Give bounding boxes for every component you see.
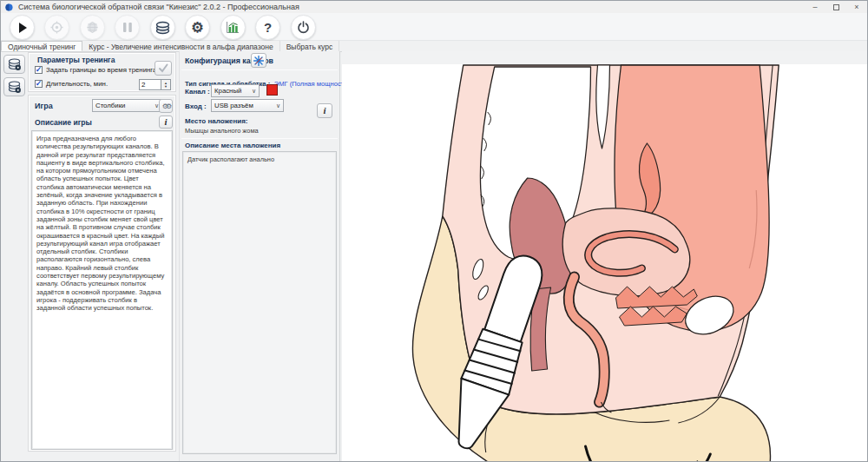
divider xyxy=(181,69,338,70)
globe-button xyxy=(80,15,105,40)
set-bounds-row: ✓ Задать границы во время тренинга xyxy=(35,66,156,74)
record-target-icon xyxy=(50,21,63,34)
database-badge-icon xyxy=(8,58,22,71)
title-bar: Система биологической обратной связи "Ки… xyxy=(1,1,867,13)
set-bounds-label: Задать границы во время тренинга xyxy=(46,66,156,74)
maximize-button[interactable] xyxy=(825,1,846,13)
pause-icon xyxy=(122,22,133,33)
input-label: Вход : xyxy=(185,102,207,110)
placement-info-button[interactable]: i xyxy=(317,103,332,118)
duration-input[interactable]: 2 xyxy=(139,79,161,90)
play-button[interactable] xyxy=(10,15,35,40)
placement-desc-box: Датчик располагают анально xyxy=(182,151,337,454)
chevron-down-icon: ∨ xyxy=(276,102,280,109)
game-description-text: Игра предназначена для любого количества… xyxy=(32,131,172,316)
help-button[interactable]: ? xyxy=(255,15,280,40)
play-icon xyxy=(16,22,29,34)
pause-button xyxy=(115,15,140,40)
duration-checkbox[interactable]: ✓ xyxy=(35,80,43,88)
channels-config-icon xyxy=(253,56,264,66)
channel-select[interactable]: Красный ∨ xyxy=(211,84,260,97)
duration-spinner: 2 ▲ ▼ xyxy=(139,79,171,90)
game-description-box[interactable]: Игра предназначена для любого количества… xyxy=(31,130,173,450)
duration-label: Длительность, мин. xyxy=(46,80,108,88)
check-stamp-icon xyxy=(158,63,168,73)
chart-icon xyxy=(226,21,240,34)
channel-config-button[interactable] xyxy=(251,53,266,68)
game-description-title: Описание игры xyxy=(35,118,92,127)
training-params-group: Параметры тренинга ✓ Задать границы во в… xyxy=(28,52,176,92)
placement-desc-text: Датчик располагают анально xyxy=(183,152,336,167)
window-title: Система биологической обратной связи "Ки… xyxy=(18,3,299,11)
minimize-button[interactable]: – xyxy=(805,1,825,13)
training-params-title: Параметры тренинга xyxy=(37,56,115,64)
rugae-shape xyxy=(619,307,687,326)
anatomy-illustration xyxy=(342,51,868,462)
tab-course-alpha[interactable]: Курс - Увеличение интенсивности в альфа … xyxy=(82,41,279,51)
close-icon: × xyxy=(854,3,858,11)
game-info-button[interactable]: i xyxy=(159,116,173,129)
channel-color-swatch xyxy=(266,84,278,96)
set-bounds-checkbox[interactable]: ✓ xyxy=(35,66,43,74)
check-icon: ✓ xyxy=(36,66,43,74)
placement-desc-title: Описание места наложения xyxy=(185,142,280,149)
game-settings-button[interactable]: ⚙⚙ xyxy=(159,99,173,113)
maximize-icon xyxy=(833,4,839,10)
info-icon: i xyxy=(323,106,326,116)
duration-spin-buttons[interactable]: ▲ ▼ xyxy=(161,79,171,90)
application-window: Система биологической обратной связи "Ки… xyxy=(0,0,868,462)
placement-label: Место наложения: xyxy=(185,117,248,125)
chevron-down-icon: ∨ xyxy=(252,88,256,95)
game-label: Игра xyxy=(35,102,53,110)
gear-icon: ⚙ xyxy=(191,21,203,35)
channel-select-value: Красный xyxy=(214,87,250,95)
apply-bounds-button[interactable] xyxy=(155,61,172,76)
channel-set-button-2[interactable] xyxy=(3,77,25,96)
settings-button[interactable]: ⚙ xyxy=(185,15,210,40)
input-select-value: USB разъём xyxy=(214,102,274,109)
info-icon: i xyxy=(164,117,167,127)
channel-set-button-1[interactable] xyxy=(3,55,25,74)
game-select[interactable]: Столбики ∨ xyxy=(92,99,162,112)
divider xyxy=(181,138,338,139)
power-icon xyxy=(297,21,310,34)
channel-config-panel: Конфигурация каналов Тип сигнала и обраб… xyxy=(179,51,340,462)
minimize-icon: – xyxy=(812,3,817,11)
record-button xyxy=(44,15,69,40)
app-icon xyxy=(5,3,13,11)
main-toolbar: ⚙ ? xyxy=(1,13,867,41)
channel-label: Канал : xyxy=(185,88,210,96)
game-select-value: Столбики xyxy=(95,102,153,109)
input-select[interactable]: USB разъём ∨ xyxy=(211,99,284,112)
help-icon: ? xyxy=(264,21,272,34)
tab-single-training[interactable]: Одиночный тренинг xyxy=(1,41,82,51)
power-button[interactable] xyxy=(291,15,316,40)
tab-select-course[interactable]: Выбрать курс xyxy=(280,41,340,51)
anatomy-illustration-panel xyxy=(342,51,868,462)
statistics-button[interactable] xyxy=(220,15,246,40)
database-button[interactable] xyxy=(150,15,175,40)
spin-down-icon: ▼ xyxy=(164,85,168,89)
check-icon: ✓ xyxy=(36,80,43,88)
duration-row: ✓ Длительность, мин. xyxy=(35,80,108,88)
game-group: Игра Столбики ∨ ⚙⚙ Описание игры i Игра … xyxy=(28,95,176,452)
placement-value: Мышцы анального жома xyxy=(185,127,259,135)
globe-icon xyxy=(86,21,99,34)
close-button[interactable]: × xyxy=(846,1,867,13)
database-badge-icon xyxy=(8,81,22,94)
gears-icon: ⚙⚙ xyxy=(162,102,169,110)
database-icon xyxy=(155,21,170,35)
